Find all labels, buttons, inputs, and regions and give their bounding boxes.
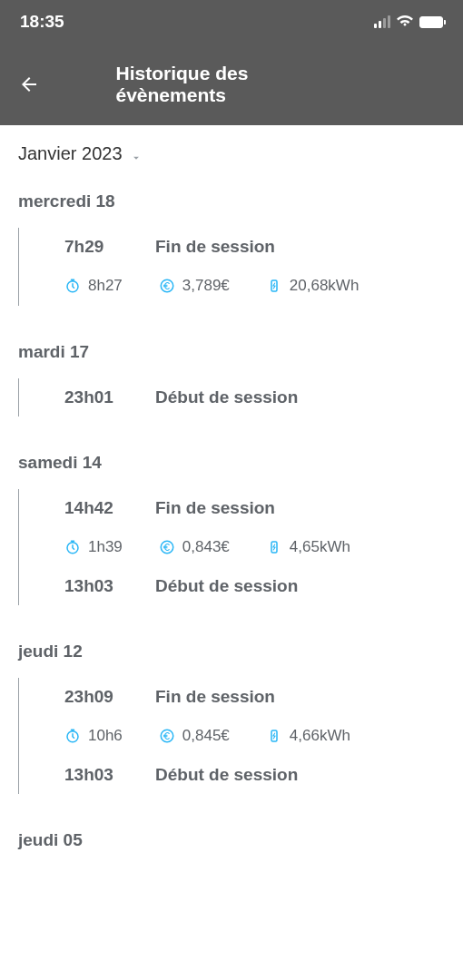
battery-icon bbox=[419, 16, 443, 28]
month-label: Janvier 2023 bbox=[18, 143, 123, 164]
energy-icon bbox=[266, 539, 282, 555]
wifi-icon bbox=[396, 14, 414, 31]
metrics-row: 8h273,789€20,68kWh bbox=[19, 266, 445, 306]
day-section: mardi 1723h01Début de session bbox=[18, 342, 445, 416]
day-events: 23h01Début de session bbox=[18, 378, 445, 416]
day-label: mardi 17 bbox=[18, 342, 445, 362]
euro-icon bbox=[159, 278, 175, 294]
event-time: 23h01 bbox=[64, 387, 137, 407]
metric-energy-value: 20,68kWh bbox=[290, 277, 360, 295]
metric-cost: 3,789€ bbox=[159, 277, 230, 295]
day-section: jeudi 1223h09Fin de session10h60,845€4,6… bbox=[18, 642, 445, 794]
stopwatch-icon bbox=[64, 278, 81, 294]
chevron-down-icon bbox=[130, 148, 143, 161]
stopwatch-icon bbox=[64, 539, 81, 555]
event-time: 23h09 bbox=[64, 687, 137, 707]
event-time: 13h03 bbox=[64, 765, 137, 785]
day-label: jeudi 12 bbox=[18, 642, 445, 662]
event-label: Début de session bbox=[155, 765, 298, 785]
month-selector[interactable]: Janvier 2023 bbox=[18, 143, 445, 164]
day-events: 23h09Fin de session10h60,845€4,66kWh13h0… bbox=[18, 678, 445, 794]
event-row[interactable]: 13h03Début de session bbox=[19, 756, 445, 794]
event-time: 13h03 bbox=[64, 576, 137, 596]
svg-point-7 bbox=[161, 730, 173, 742]
event-time: 7h29 bbox=[64, 237, 137, 257]
metrics-row: 1h390,843€4,65kWh bbox=[19, 527, 445, 567]
metric-cost-value: 0,845€ bbox=[182, 727, 230, 745]
metric-duration: 8h27 bbox=[64, 277, 123, 295]
day-label: samedi 14 bbox=[18, 453, 445, 473]
euro-icon bbox=[159, 539, 175, 555]
metric-cost-value: 3,789€ bbox=[182, 277, 230, 295]
stopwatch-icon bbox=[64, 728, 81, 744]
app-header: Historique des évènements bbox=[0, 44, 463, 125]
event-row[interactable]: 14h42Fin de session bbox=[19, 489, 445, 527]
event-label: Début de session bbox=[155, 576, 298, 596]
event-row[interactable]: 13h03Début de session bbox=[19, 567, 445, 605]
event-row[interactable]: 23h09Fin de session bbox=[19, 678, 445, 716]
event-label: Fin de session bbox=[155, 498, 275, 518]
metrics-row: 10h60,845€4,66kWh bbox=[19, 716, 445, 756]
signal-icon bbox=[374, 15, 390, 28]
metric-energy: 20,68kWh bbox=[266, 277, 360, 295]
metric-duration-value: 8h27 bbox=[88, 277, 123, 295]
metric-energy: 4,65kWh bbox=[266, 538, 350, 556]
energy-icon bbox=[266, 278, 282, 294]
metric-duration-value: 10h6 bbox=[88, 727, 123, 745]
metric-cost: 0,845€ bbox=[159, 727, 230, 745]
status-bar: 18:35 bbox=[0, 0, 463, 44]
day-section: jeudi 05 bbox=[18, 830, 445, 850]
metric-duration-value: 1h39 bbox=[88, 538, 123, 556]
day-events: 14h42Fin de session1h390,843€4,65kWh13h0… bbox=[18, 489, 445, 605]
metric-energy-value: 4,65kWh bbox=[290, 538, 350, 556]
event-label: Début de session bbox=[155, 387, 298, 407]
event-time: 14h42 bbox=[64, 498, 137, 518]
metric-cost-value: 0,843€ bbox=[182, 538, 230, 556]
content: Janvier 2023 mercredi 187h29Fin de sessi… bbox=[0, 125, 463, 850]
day-label: mercredi 18 bbox=[18, 191, 445, 211]
event-label: Fin de session bbox=[155, 687, 275, 707]
metric-cost: 0,843€ bbox=[159, 538, 230, 556]
day-events: 7h29Fin de session8h273,789€20,68kWh bbox=[18, 228, 445, 306]
event-row[interactable]: 7h29Fin de session bbox=[19, 228, 445, 266]
metric-energy-value: 4,66kWh bbox=[290, 727, 350, 745]
day-section: samedi 1414h42Fin de session1h390,843€4,… bbox=[18, 453, 445, 605]
svg-point-4 bbox=[161, 541, 173, 554]
event-row[interactable]: 23h01Début de session bbox=[19, 378, 445, 416]
metric-duration: 1h39 bbox=[64, 538, 123, 556]
status-time: 18:35 bbox=[20, 12, 64, 32]
metric-energy: 4,66kWh bbox=[266, 727, 350, 745]
energy-icon bbox=[266, 728, 282, 744]
back-button[interactable] bbox=[18, 74, 54, 95]
event-label: Fin de session bbox=[155, 237, 275, 257]
euro-icon bbox=[159, 728, 175, 744]
page-title: Historique des évènements bbox=[116, 63, 348, 106]
day-section: mercredi 187h29Fin de session8h273,789€2… bbox=[18, 191, 445, 306]
day-label: jeudi 05 bbox=[18, 830, 445, 850]
status-icons bbox=[374, 14, 443, 31]
metric-duration: 10h6 bbox=[64, 727, 123, 745]
svg-point-1 bbox=[161, 279, 173, 292]
arrow-left-icon bbox=[18, 74, 40, 95]
